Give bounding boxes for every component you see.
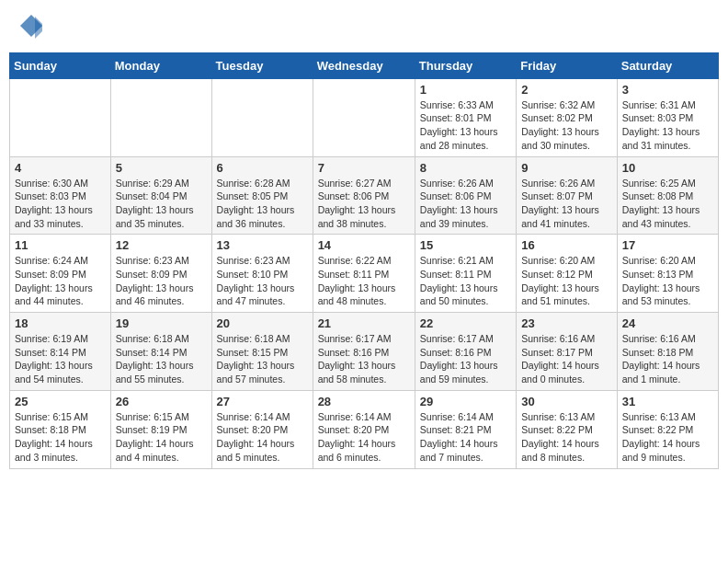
day-cell	[313, 78, 415, 156]
day-number: 26	[116, 395, 207, 408]
day-number: 24	[622, 316, 713, 330]
day-number: 9	[521, 161, 612, 175]
day-cell: 18Sunrise: 6:19 AM Sunset: 8:14 PM Dayli…	[10, 313, 111, 391]
day-info: Sunrise: 6:27 AM Sunset: 8:06 PM Dayligh…	[318, 177, 410, 231]
weekday-thursday: Thursday	[415, 52, 516, 78]
day-info: Sunrise: 6:15 AM Sunset: 8:19 PM Dayligh…	[116, 410, 207, 465]
day-cell: 9Sunrise: 6:26 AM Sunset: 8:07 PM Daylig…	[517, 156, 618, 235]
logo-icon	[18, 13, 44, 39]
day-cell: 31Sunrise: 6:13 AM Sunset: 8:22 PM Dayli…	[617, 390, 718, 468]
day-info: Sunrise: 6:13 AM Sunset: 8:22 PM Dayligh…	[622, 410, 713, 465]
day-cell	[110, 78, 211, 156]
week-row-3: 11Sunrise: 6:24 AM Sunset: 8:09 PM Dayli…	[10, 235, 719, 313]
day-cell: 10Sunrise: 6:25 AM Sunset: 8:08 PM Dayli…	[617, 156, 718, 235]
day-number: 13	[217, 238, 308, 252]
day-number: 28	[318, 395, 410, 408]
day-info: Sunrise: 6:29 AM Sunset: 8:04 PM Dayligh…	[116, 177, 207, 231]
day-info: Sunrise: 6:13 AM Sunset: 8:22 PM Dayligh…	[521, 410, 612, 465]
day-number: 12	[116, 238, 207, 252]
day-number: 23	[521, 316, 612, 330]
day-info: Sunrise: 6:25 AM Sunset: 8:08 PM Dayligh…	[622, 177, 713, 231]
day-cell: 24Sunrise: 6:16 AM Sunset: 8:18 PM Dayli…	[617, 313, 718, 391]
day-number: 25	[15, 395, 106, 408]
weekday-monday: Monday	[110, 52, 211, 78]
day-info: Sunrise: 6:18 AM Sunset: 8:15 PM Dayligh…	[217, 332, 308, 386]
day-number: 8	[420, 161, 511, 175]
day-cell: 27Sunrise: 6:14 AM Sunset: 8:20 PM Dayli…	[211, 390, 313, 468]
day-number: 16	[521, 238, 612, 252]
day-cell: 4Sunrise: 6:30 AM Sunset: 8:03 PM Daylig…	[10, 156, 111, 235]
day-number: 2	[521, 83, 612, 97]
day-cell: 25Sunrise: 6:15 AM Sunset: 8:18 PM Dayli…	[10, 390, 111, 468]
day-info: Sunrise: 6:14 AM Sunset: 8:20 PM Dayligh…	[217, 410, 308, 465]
week-row-5: 25Sunrise: 6:15 AM Sunset: 8:18 PM Dayli…	[10, 390, 719, 468]
day-cell: 16Sunrise: 6:20 AM Sunset: 8:12 PM Dayli…	[517, 235, 618, 313]
svg-marker-1	[35, 17, 42, 39]
weekday-friday: Friday	[517, 52, 618, 78]
day-info: Sunrise: 6:20 AM Sunset: 8:12 PM Dayligh…	[521, 254, 612, 308]
day-cell: 29Sunrise: 6:14 AM Sunset: 8:21 PM Dayli…	[415, 390, 516, 468]
day-number: 1	[420, 83, 511, 97]
day-info: Sunrise: 6:22 AM Sunset: 8:11 PM Dayligh…	[318, 254, 410, 308]
day-cell	[10, 78, 111, 156]
day-cell: 1Sunrise: 6:33 AM Sunset: 8:01 PM Daylig…	[415, 78, 516, 156]
day-number: 4	[15, 161, 106, 175]
day-info: Sunrise: 6:15 AM Sunset: 8:18 PM Dayligh…	[15, 410, 106, 465]
day-info: Sunrise: 6:16 AM Sunset: 8:18 PM Dayligh…	[622, 332, 713, 386]
day-number: 17	[622, 238, 713, 252]
day-cell: 20Sunrise: 6:18 AM Sunset: 8:15 PM Dayli…	[211, 313, 313, 391]
day-info: Sunrise: 6:20 AM Sunset: 8:13 PM Dayligh…	[622, 254, 713, 308]
day-info: Sunrise: 6:14 AM Sunset: 8:20 PM Dayligh…	[318, 410, 410, 465]
day-info: Sunrise: 6:32 AM Sunset: 8:02 PM Dayligh…	[521, 98, 612, 153]
week-row-4: 18Sunrise: 6:19 AM Sunset: 8:14 PM Dayli…	[10, 313, 719, 391]
day-number: 30	[521, 395, 612, 408]
day-info: Sunrise: 6:16 AM Sunset: 8:17 PM Dayligh…	[521, 332, 612, 386]
day-number: 29	[420, 395, 511, 408]
day-cell: 7Sunrise: 6:27 AM Sunset: 8:06 PM Daylig…	[313, 156, 415, 235]
calendar-header	[9, 9, 719, 47]
day-number: 19	[116, 316, 207, 330]
weekday-saturday: Saturday	[617, 52, 718, 78]
day-cell: 15Sunrise: 6:21 AM Sunset: 8:11 PM Dayli…	[415, 235, 516, 313]
weekday-header-row: SundayMondayTuesdayWednesdayThursdayFrid…	[10, 52, 719, 78]
weekday-tuesday: Tuesday	[211, 52, 313, 78]
day-number: 5	[116, 161, 207, 175]
day-info: Sunrise: 6:28 AM Sunset: 8:05 PM Dayligh…	[217, 177, 308, 231]
day-cell: 11Sunrise: 6:24 AM Sunset: 8:09 PM Dayli…	[10, 235, 111, 313]
day-cell: 17Sunrise: 6:20 AM Sunset: 8:13 PM Dayli…	[617, 235, 718, 313]
day-cell: 21Sunrise: 6:17 AM Sunset: 8:16 PM Dayli…	[313, 313, 415, 391]
day-info: Sunrise: 6:30 AM Sunset: 8:03 PM Dayligh…	[15, 177, 106, 231]
day-cell: 19Sunrise: 6:18 AM Sunset: 8:14 PM Dayli…	[110, 313, 211, 391]
day-number: 7	[318, 161, 410, 175]
day-info: Sunrise: 6:14 AM Sunset: 8:21 PM Dayligh…	[420, 410, 511, 465]
day-cell	[211, 78, 313, 156]
day-number: 14	[318, 238, 410, 252]
day-number: 11	[15, 238, 106, 252]
week-row-2: 4Sunrise: 6:30 AM Sunset: 8:03 PM Daylig…	[10, 156, 719, 235]
logo	[17, 13, 44, 43]
day-number: 31	[622, 395, 713, 408]
day-number: 6	[217, 161, 308, 175]
week-row-1: 1Sunrise: 6:33 AM Sunset: 8:01 PM Daylig…	[10, 78, 719, 156]
day-info: Sunrise: 6:23 AM Sunset: 8:10 PM Dayligh…	[217, 254, 308, 308]
calendar-table: SundayMondayTuesdayWednesdayThursdayFrid…	[9, 52, 719, 469]
weekday-sunday: Sunday	[10, 52, 111, 78]
day-cell: 13Sunrise: 6:23 AM Sunset: 8:10 PM Dayli…	[211, 235, 313, 313]
day-info: Sunrise: 6:33 AM Sunset: 8:01 PM Dayligh…	[420, 98, 511, 153]
day-cell: 6Sunrise: 6:28 AM Sunset: 8:05 PM Daylig…	[211, 156, 313, 235]
day-number: 3	[622, 83, 713, 97]
day-cell: 14Sunrise: 6:22 AM Sunset: 8:11 PM Dayli…	[313, 235, 415, 313]
day-info: Sunrise: 6:24 AM Sunset: 8:09 PM Dayligh…	[15, 254, 106, 308]
day-number: 20	[217, 316, 308, 330]
day-info: Sunrise: 6:26 AM Sunset: 8:06 PM Dayligh…	[420, 177, 511, 231]
day-info: Sunrise: 6:17 AM Sunset: 8:16 PM Dayligh…	[420, 332, 511, 386]
day-info: Sunrise: 6:26 AM Sunset: 8:07 PM Dayligh…	[521, 177, 612, 231]
day-number: 27	[217, 395, 308, 408]
day-cell: 3Sunrise: 6:31 AM Sunset: 8:03 PM Daylig…	[617, 78, 718, 156]
day-cell: 12Sunrise: 6:23 AM Sunset: 8:09 PM Dayli…	[110, 235, 211, 313]
day-cell: 8Sunrise: 6:26 AM Sunset: 8:06 PM Daylig…	[415, 156, 516, 235]
day-info: Sunrise: 6:21 AM Sunset: 8:11 PM Dayligh…	[420, 254, 511, 308]
day-cell: 2Sunrise: 6:32 AM Sunset: 8:02 PM Daylig…	[517, 78, 618, 156]
day-cell: 23Sunrise: 6:16 AM Sunset: 8:17 PM Dayli…	[517, 313, 618, 391]
day-info: Sunrise: 6:17 AM Sunset: 8:16 PM Dayligh…	[318, 332, 410, 386]
